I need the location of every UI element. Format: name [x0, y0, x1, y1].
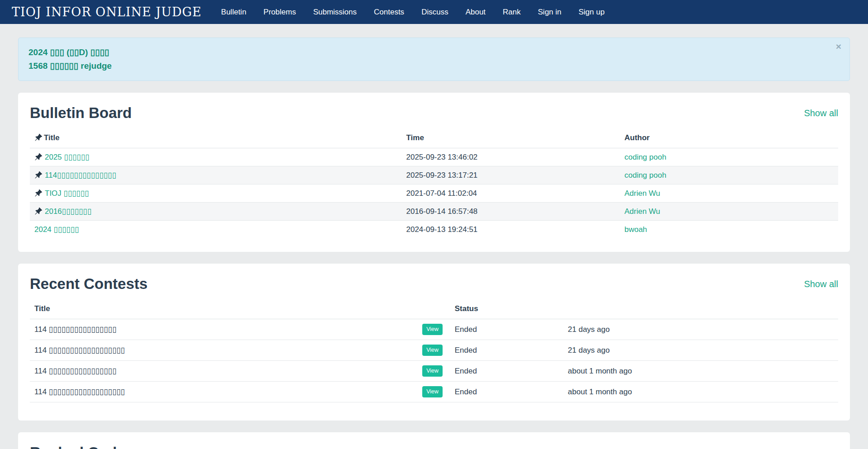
nav-item-problems[interactable]: Problems: [255, 0, 305, 24]
bulletin-board-title: Bulletin Board: [30, 104, 132, 122]
bulletin-row: 2016▯▯▯▯▯▯▯ 2016-09-14 16:57:48 Adrien W…: [30, 203, 838, 221]
top-navbar: TIOJ INFOR ONLINE JUDGE Bulletin Problem…: [0, 0, 868, 24]
bulletin-title-link[interactable]: 2025 ▯▯▯▯▯▯: [45, 153, 90, 161]
contest-row: 114 ▯▯▯▯▯▯▯▯▯▯▯▯▯▯▯▯▯▯ View Ended 21 day…: [30, 340, 838, 361]
view-button[interactable]: View: [422, 365, 443, 377]
brand-logo[interactable]: TIOJ INFOR ONLINE JUDGE: [12, 5, 202, 19]
bulletin-board-card: Bulletin Board Show all Title Time Autho…: [18, 93, 850, 252]
recent-contests-card: Recent Contests Show all Title Status 11…: [18, 264, 850, 421]
bulletin-time: 2024-09-13 19:24:51: [401, 221, 620, 239]
close-icon[interactable]: ×: [836, 42, 841, 51]
contest-row: 114 ▯▯▯▯▯▯▯▯▯▯▯▯▯▯▯▯ View Ended 21 days …: [30, 319, 838, 340]
contest-status: Ended: [450, 340, 563, 361]
bulletin-header-row: Title Time Author: [30, 128, 838, 148]
ranked-coders-title: Ranked Coders: [30, 444, 139, 449]
bulletin-time: 2021-07-04 11:02:04: [401, 184, 620, 203]
bulletin-row: 2025 ▯▯▯▯▯▯ 2025-09-23 13:46:02 coding p…: [30, 148, 838, 166]
view-button[interactable]: View: [422, 345, 443, 356]
ranked-show-all-link[interactable]: Show all: [804, 448, 838, 449]
bulletin-author-link[interactable]: Adrien Wu: [624, 207, 660, 216]
contest-time-ago: about 1 month ago: [563, 382, 838, 402]
contest-time-ago: 21 days ago: [563, 340, 838, 361]
contests-col-ago: [563, 299, 838, 319]
contest-row: 114 ▯▯▯▯▯▯▯▯▯▯▯▯▯▯▯▯ View Ended about 1 …: [30, 361, 838, 382]
contest-title: 114 ▯▯▯▯▯▯▯▯▯▯▯▯▯▯▯▯: [30, 361, 418, 382]
contests-header-row: Title Status: [30, 299, 838, 319]
bulletin-time: 2025-09-23 13:46:02: [401, 148, 620, 166]
alert-announcement-link-1[interactable]: 2024 ▯▯▯ (▯▯D) ▯▯▯▯: [28, 46, 840, 59]
ranked-coders-card: Ranked Coders Show all: [18, 432, 850, 449]
bulletin-col-author: Author: [620, 128, 838, 148]
bulletin-title-link[interactable]: 2024 ▯▯▯▯▯▯: [34, 225, 79, 234]
contest-status: Ended: [450, 382, 563, 402]
nav-item-sign-up[interactable]: Sign up: [570, 0, 613, 24]
pin-icon: [34, 189, 42, 197]
nav-item-rank[interactable]: Rank: [494, 0, 529, 24]
pin-icon: [34, 207, 42, 215]
contest-time-ago: 21 days ago: [563, 319, 838, 340]
contest-title: 114 ▯▯▯▯▯▯▯▯▯▯▯▯▯▯▯▯▯▯: [30, 382, 418, 402]
bulletin-time: 2016-09-14 16:57:48: [401, 203, 620, 221]
contests-col-action: [418, 299, 450, 319]
view-button[interactable]: View: [422, 386, 443, 397]
contest-row: 114 ▯▯▯▯▯▯▯▯▯▯▯▯▯▯▯▯▯▯ View Ended about …: [30, 382, 838, 402]
view-button[interactable]: View: [422, 324, 443, 335]
contests-col-title: Title: [30, 299, 418, 319]
nav-item-bulletin[interactable]: Bulletin: [212, 0, 255, 24]
main-container: 2024 ▯▯▯ (▯▯D) ▯▯▯▯ 1568 ▯▯▯▯▯▯ rejudge …: [18, 38, 850, 449]
nav-item-about[interactable]: About: [457, 0, 494, 24]
pin-icon: [34, 153, 42, 161]
nav-item-contests[interactable]: Contests: [365, 0, 413, 24]
nav-menu: Bulletin Problems Submissions Contests D…: [212, 0, 613, 24]
nav-item-discuss[interactable]: Discuss: [413, 0, 457, 24]
nav-item-submissions[interactable]: Submissions: [305, 0, 365, 24]
contest-status: Ended: [450, 319, 563, 340]
bulletin-author-link[interactable]: bwoah: [624, 225, 647, 234]
ranked-coders-header: Ranked Coders Show all: [30, 444, 838, 449]
contest-time-ago: about 1 month ago: [563, 361, 838, 382]
contests-col-status: Status: [450, 299, 563, 319]
announcement-alert: 2024 ▯▯▯ (▯▯D) ▯▯▯▯ 1568 ▯▯▯▯▯▯ rejudge …: [18, 38, 850, 81]
bulletin-row: 2024 ▯▯▯▯▯▯ 2024-09-13 19:24:51 bwoah: [30, 221, 838, 239]
bulletin-title-link[interactable]: TIOJ ▯▯▯▯▯▯: [45, 189, 89, 198]
contest-status: Ended: [450, 361, 563, 382]
contests-table: Title Status 114 ▯▯▯▯▯▯▯▯▯▯▯▯▯▯▯▯ View E…: [30, 299, 838, 402]
bulletin-title-link[interactable]: 114▯▯▯▯▯▯▯▯▯▯▯▯▯▯: [45, 171, 116, 180]
bulletin-board-header: Bulletin Board Show all: [30, 104, 838, 122]
bulletin-col-title: Title: [44, 133, 60, 142]
bulletin-table: Title Time Author 2025 ▯▯▯▯▯▯ 2025-09-23…: [30, 128, 838, 238]
bulletin-row: 114▯▯▯▯▯▯▯▯▯▯▯▯▯▯ 2025-09-23 13:17:21 co…: [30, 166, 838, 184]
bulletin-col-time: Time: [401, 128, 620, 148]
bulletin-author-link[interactable]: Adrien Wu: [624, 189, 660, 198]
contests-show-all-link[interactable]: Show all: [804, 279, 838, 289]
recent-contests-title: Recent Contests: [30, 275, 147, 293]
bulletin-row: TIOJ ▯▯▯▯▯▯ 2021-07-04 11:02:04 Adrien W…: [30, 184, 838, 203]
bulletin-author-link[interactable]: coding pooh: [624, 171, 666, 180]
contest-title: 114 ▯▯▯▯▯▯▯▯▯▯▯▯▯▯▯▯: [30, 319, 418, 340]
bulletin-title-link[interactable]: 2016▯▯▯▯▯▯▯: [45, 207, 91, 216]
recent-contests-header: Recent Contests Show all: [30, 275, 838, 293]
pin-icon: [34, 133, 42, 142]
alert-announcement-link-2[interactable]: 1568 ▯▯▯▯▯▯ rejudge: [28, 59, 840, 73]
bulletin-time: 2025-09-23 13:17:21: [401, 166, 620, 184]
contest-title: 114 ▯▯▯▯▯▯▯▯▯▯▯▯▯▯▯▯▯▯: [30, 340, 418, 361]
bulletin-author-link[interactable]: coding pooh: [624, 153, 666, 161]
bulletin-show-all-link[interactable]: Show all: [804, 108, 838, 118]
pin-icon: [34, 171, 42, 179]
nav-item-sign-in[interactable]: Sign in: [529, 0, 570, 24]
